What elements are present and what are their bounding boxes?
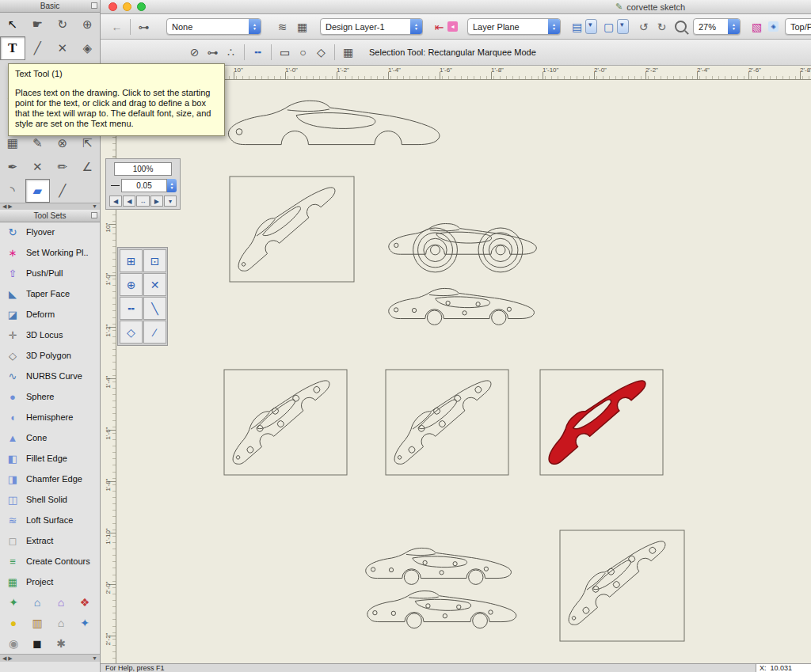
toolset-item-cone[interactable]: ▲Cone: [0, 427, 100, 448]
drawing-canvas[interactable]: [116, 79, 811, 663]
toolset-item-nurbs-curve[interactable]: ∿NURBS Curve: [0, 366, 100, 386]
sketch-car-small[interactable]: [389, 288, 535, 325]
sketch-box-upper[interactable]: [227, 173, 354, 282]
brush-tool[interactable]: ✏: [50, 155, 75, 179]
layers-icon[interactable]: ≋: [276, 21, 289, 32]
design-layer-dropdown[interactable]: Design Layer-1: [320, 18, 423, 35]
tangent-snap-icon[interactable]: ∕: [143, 321, 166, 344]
frame-snap-icon[interactable]: ⊡: [143, 249, 166, 272]
delete-tool[interactable]: ✕: [50, 36, 75, 60]
toolset-item-create-contours[interactable]: ≡Create Contours: [0, 551, 100, 571]
link-views-button[interactable]: ↔: [136, 196, 149, 207]
sketch-box-bottom[interactable]: [557, 527, 684, 641]
first-view-button[interactable]: ◀: [109, 196, 122, 207]
basic-palette-header[interactable]: Basic: [0, 0, 100, 13]
solid-black-icon[interactable]: ◼: [25, 633, 49, 654]
segment-snap-icon[interactable]: ╍: [120, 297, 143, 320]
grid-snap-icon[interactable]: ⊞: [120, 249, 143, 272]
intersection-snap-icon[interactable]: ✕: [143, 273, 166, 296]
line-weight-field[interactable]: 0.05: [121, 179, 167, 192]
pan-tool[interactable]: ☛: [25, 13, 51, 36]
toolset-item-set-working-plane[interactable]: ∗Set Working Pl..: [0, 242, 100, 263]
plant-icon[interactable]: ✦: [2, 592, 25, 613]
basic-palette-scrollbar[interactable]: [0, 203, 100, 210]
house-blue-icon[interactable]: ⌂: [25, 592, 49, 613]
sketch-car-side-large[interactable]: [228, 101, 439, 144]
next-view-button[interactable]: ▶: [150, 196, 163, 207]
blocks-icon[interactable]: ❖: [73, 592, 97, 613]
rotate-right-icon[interactable]: ↻: [655, 21, 668, 32]
rotate-left-icon[interactable]: ↺: [637, 21, 650, 32]
house-purple-icon[interactable]: ⌂: [49, 592, 73, 613]
toolset-item-hemisphere[interactable]: ◖Hemisphere: [0, 407, 100, 427]
fillet-corner-tool[interactable]: ◝: [0, 179, 25, 203]
link-nodes-icon[interactable]: ⊶: [137, 21, 150, 32]
toolset-item-taper-face[interactable]: ◣Taper Face: [0, 283, 100, 304]
layer-plane-dropdown[interactable]: Layer Plane: [467, 18, 561, 35]
pattern-ruler-icon[interactable]: ▦: [341, 47, 355, 58]
star-blue-icon[interactable]: ✦: [73, 613, 97, 633]
crate-icon[interactable]: ▥: [25, 613, 49, 633]
document-alt-icon[interactable]: ▢: [602, 21, 615, 32]
marquee-lasso-icon[interactable]: ○: [296, 47, 310, 58]
guides-icon[interactable]: ╍: [251, 47, 265, 58]
close-button[interactable]: [109, 2, 117, 11]
minimize-button[interactable]: [123, 2, 131, 11]
gear-icon[interactable]: ✱: [49, 633, 73, 654]
toolsets-header[interactable]: Tool Sets: [0, 210, 100, 222]
segment-tool[interactable]: ╱: [25, 36, 51, 60]
center-snap-icon[interactable]: ⊕: [120, 273, 143, 296]
house-gray-icon[interactable]: ⌂: [49, 613, 73, 633]
plane-dropdown[interactable]: None: [166, 18, 261, 35]
light-icon[interactable]: ●: [2, 613, 25, 633]
sketch-box-a[interactable]: [221, 366, 347, 475]
quill-tool[interactable]: ✒: [0, 155, 25, 179]
sphere-gray-icon[interactable]: ◉: [2, 633, 25, 654]
toolset-item-flyover[interactable]: ↻Flyover: [0, 222, 100, 242]
plane-flag-icon[interactable]: ◂: [447, 21, 458, 32]
toolset-item-project[interactable]: ▦Project: [0, 571, 100, 592]
marquee-polygon-icon[interactable]: ◇: [314, 47, 328, 58]
protractor-tool[interactable]: ∠: [75, 155, 101, 179]
zoom-dropdown[interactable]: 27%: [693, 18, 741, 35]
sketch-car-bottom-2[interactable]: [367, 591, 516, 628]
pick-tool[interactable]: ↖: [0, 13, 25, 36]
empty-cell[interactable]: [75, 179, 101, 203]
prev-view-button[interactable]: ◀: [123, 196, 135, 207]
working-plane-icon[interactable]: ◈: [768, 21, 779, 32]
polygon-snap-icon[interactable]: ◇: [120, 321, 143, 344]
sketch-box-b[interactable]: [383, 366, 508, 475]
toolset-item-loft-surface[interactable]: ≋Loft Surface: [0, 510, 100, 530]
erase-x-tool[interactable]: ✕: [25, 155, 51, 179]
back-icon[interactable]: ←: [110, 21, 124, 32]
toolset-item-extract[interactable]: ◻Extract: [0, 530, 100, 551]
snap-points-icon[interactable]: ∴: [224, 47, 238, 58]
toolset-item-shell-solid[interactable]: ◫Shell Solid: [0, 489, 100, 510]
text-tool[interactable]: T: [0, 36, 25, 60]
sketch-car-bottom-1[interactable]: [366, 548, 512, 584]
toolset-item-locus-3d[interactable]: ✛3D Locus: [0, 325, 100, 345]
grid-icon[interactable]: ▦: [295, 21, 309, 32]
no-snap-icon[interactable]: ⊘: [188, 47, 201, 58]
marquee-rect-icon[interactable]: ▭: [278, 47, 291, 58]
eraser-tool[interactable]: ▰: [25, 179, 51, 203]
zoom-tool[interactable]: ⊕: [75, 13, 101, 36]
zoom-lens-icon[interactable]: [675, 21, 687, 32]
sketch-car-wheels[interactable]: [389, 224, 537, 272]
cube-tool[interactable]: ◈: [75, 36, 101, 60]
mini-dropdown-button[interactable]: [585, 19, 597, 34]
zoom-percent-field[interactable]: 100%: [114, 162, 172, 176]
toolset-item-push-pull[interactable]: ⇧Push/Pull: [0, 263, 100, 283]
toolset-item-sphere[interactable]: ●Sphere: [0, 386, 100, 407]
toolset-item-fillet-edge[interactable]: ◧Fillet Edge: [0, 448, 100, 469]
mini-dropdown-button[interactable]: [617, 19, 629, 34]
perpendicular-snap-icon[interactable]: ╲: [143, 297, 166, 320]
send-to-back-icon[interactable]: ⇤: [432, 21, 446, 32]
connector-tool[interactable]: ╱: [50, 179, 75, 203]
toolsets-scrollbar[interactable]: [0, 654, 100, 662]
toolset-item-polygon-3d[interactable]: ◇3D Polygon: [0, 345, 100, 366]
document-icon[interactable]: ▤: [570, 21, 584, 32]
line-weight-stepper[interactable]: [167, 179, 177, 192]
sketch-box-selected-red[interactable]: [537, 366, 663, 475]
render-cube-icon[interactable]: ▧: [750, 21, 763, 32]
